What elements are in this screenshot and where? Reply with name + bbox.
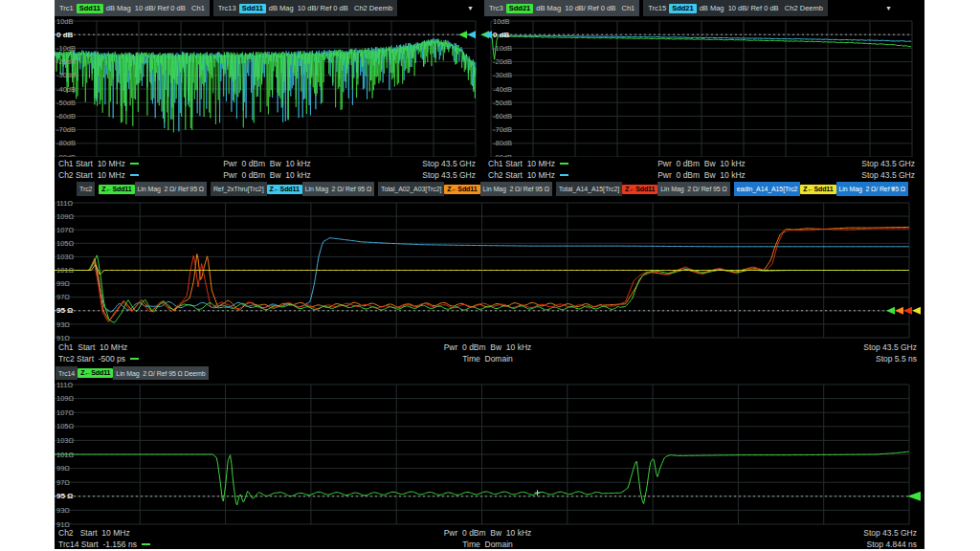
memory-trace-name: eadin_A14_A15[Trc2	[734, 182, 801, 196]
svg-text:-50dB: -50dB	[493, 99, 512, 107]
ch2-power-bw: Pwr 0 dBm Bw 10 kHz	[657, 170, 746, 180]
dropdown-arrow-icon[interactable]: ▼	[889, 186, 896, 192]
trace-tab-total-a14-a15[interactable]: Total_A14_A15[Trc2] Z←Sdd11 Lin Mag 2 Ω/…	[556, 182, 730, 196]
svg-text:101Ω: 101Ω	[56, 266, 75, 275]
trace-tab-trc13[interactable]: Trc13 Sdd11 dB Mag 10 dB/ Ref 0 dB Ch2 D…	[213, 0, 397, 16]
ch1-start: Ch1 Start 10 MHz	[58, 342, 127, 352]
trace-name: Trc14	[56, 366, 78, 380]
svg-text:-60dB: -60dB	[493, 112, 512, 121]
trace-tab-deembedding-a14-a15-selected[interactable]: eadin_A14_A15[Trc2 Z←Sdd11 Lin Mag 2 Ω/ …	[734, 182, 908, 196]
svg-text:109Ω: 109Ω	[56, 394, 75, 403]
trace-param-chip: Z←Sdd11	[444, 185, 479, 194]
trace-color-indicator	[130, 163, 139, 165]
trc14-start: Trc14 Start -1.156 ns	[58, 540, 137, 549]
ch2-start: Ch2 Start 10 MHz	[58, 170, 125, 180]
trace-tab-trc3[interactable]: Trc3 Sdd21 dB Mag 10 dB/ Ref 0 dB Ch1	[484, 0, 639, 16]
trace-settings: dB Mag 10 dB/ Ref 0 dB Ch2 Deemb	[700, 4, 823, 12]
trace-settings: Lin Mag 2 Ω/ Ref 95 Ω	[657, 182, 729, 196]
trace-tab-ref-2xthru[interactable]: Ref_2xThru[Trc2] Z←Sdd11 Lin Mag 2 Ω/ Re…	[211, 182, 374, 196]
ch2-start: Ch2 Start 10 MHz	[58, 528, 130, 538]
svg-text:103Ω: 103Ω	[56, 436, 75, 445]
trace-name: Trc1	[59, 4, 74, 12]
svg-text:-80dB: -80dB	[56, 139, 76, 147]
svg-text:-20dB: -20dB	[56, 57, 76, 66]
trace-color-indicator	[130, 174, 139, 176]
trace-color-indicator	[560, 174, 568, 176]
trace-param-chip: Z←Sdd11	[99, 185, 134, 194]
trace-color-indicator	[560, 163, 568, 165]
svg-text:99Ω: 99Ω	[56, 279, 70, 288]
trace-param-chip: Z←Sdd11	[267, 185, 302, 194]
trace-name: Trc3	[489, 4, 503, 12]
trace-color-indicator	[142, 543, 150, 545]
trace-tab-total-a02-a03[interactable]: Total_A02_A03[Trc2] Z←Sdd11 Lin Mag 2 Ω/…	[378, 182, 552, 196]
svg-text:-80dB: -80dB	[493, 139, 512, 147]
sdd21-frequency-plot[interactable]: 10dB0 dB-10dB-20dB-30dB-40dB-50dB-60dB-7…	[479, 16, 924, 157]
svg-text:91Ω: 91Ω	[56, 334, 70, 342]
svg-text:10dB: 10dB	[493, 17, 510, 26]
trace-header-middle: Trc2 Z←Sdd11 Lin Mag 2 Ω/ Ref 95 Ω Ref_2…	[55, 182, 924, 196]
trace-tab-trc14[interactable]: Trc14 Z←Sdd11 Lin Mag 2 Ω/ Ref 95 Ω Deem…	[56, 366, 209, 380]
dropdown-arrow-icon[interactable]: ▼	[467, 5, 474, 11]
trace-tab-trc1[interactable]: Trc1 Sdd11 dB Mag 10 dB/ Ref 0 dB Ch1	[55, 0, 210, 16]
svg-text:-90dB: -90dB	[56, 153, 76, 157]
channel-footer-top-right: Ch1 Start 10 MHz Pwr 0 dBm Bw 10 kHz Sto…	[484, 158, 919, 181]
svg-text:93Ω: 93Ω	[56, 506, 70, 515]
trace-name: Trc15	[648, 4, 666, 12]
channel-footer-bottom: Ch2 Start 10 MHz Pwr 0 dBm Bw 10 kHz Sto…	[55, 527, 921, 550]
time-domain-label: Time Domain	[462, 540, 513, 549]
trace-param-chip: Z←Sdd11	[622, 185, 657, 194]
sdd11-frequency-plot[interactable]: 10dB0 dB-10dB-20dB-30dB-40dB-50dB-60dB-7…	[55, 16, 479, 157]
ch2-power-bw: Pwr 0 dBm Bw 10 kHz	[444, 528, 532, 538]
svg-text:-70dB: -70dB	[56, 125, 76, 134]
time-domain-label: Time Domain	[462, 354, 513, 364]
svg-text:105Ω: 105Ω	[56, 239, 75, 248]
svg-text:-50dB: -50dB	[56, 99, 76, 107]
trace-header-top-right: Trc3 Sdd21 dB Mag 10 dB/ Ref 0 dB Ch1 Tr…	[484, 0, 924, 16]
trace-settings: Lin Mag 2 Ω/ Ref 95 Ω	[135, 182, 207, 196]
memory-trace-name: Ref_2xThru[Trc2]	[211, 182, 267, 196]
svg-text:-10dB: -10dB	[493, 44, 512, 53]
trace-settings: Lin Mag 2 Ω/ Ref 95 Ω	[480, 182, 552, 196]
svg-text:0 dB: 0 dB	[56, 31, 74, 39]
trace-tab-trc2-label[interactable]: Trc2	[77, 182, 95, 196]
impedance-tdr-deembedded-plot[interactable]: 111Ω109Ω107Ω105Ω103Ω101Ω99Ω97Ω95 Ω93Ω91Ω	[55, 380, 924, 527]
svg-text:-60dB: -60dB	[56, 112, 76, 121]
svg-text:95 Ω: 95 Ω	[56, 492, 74, 500]
svg-text:-40dB: -40dB	[493, 85, 512, 94]
impedance-tdr-plot[interactable]: 111Ω109Ω107Ω105Ω103Ω101Ω99Ω97Ω95 Ω93Ω91Ω	[55, 197, 924, 342]
channel-footer-middle: Ch1 Start 10 MHz Pwr 0 dBm Bw 10 kHz Sto…	[55, 342, 921, 364]
ch1-stop: Stop 43.5 GHz	[311, 159, 476, 168]
trace-color-indicator	[130, 358, 139, 360]
svg-text:99Ω: 99Ω	[56, 464, 70, 473]
svg-text:97Ω: 97Ω	[56, 293, 70, 301]
ch2-start: Ch2 Start 10 MHz	[488, 170, 555, 180]
trace-param-chip: Sdd21	[506, 4, 534, 13]
ch2-stop: Stop 43.5 GHz	[746, 170, 915, 180]
svg-text:91Ω: 91Ω	[56, 520, 70, 527]
trace-name: Trc2	[77, 182, 95, 196]
svg-text:107Ω: 107Ω	[56, 226, 75, 234]
ch1-start: Ch1 Start 10 MHz	[488, 159, 555, 168]
svg-text:-30dB: -30dB	[493, 71, 512, 79]
svg-text:-20dB: -20dB	[493, 57, 512, 66]
svg-text:111Ω: 111Ω	[56, 381, 73, 389]
trace-param-chip: Sdd11	[239, 4, 266, 13]
trace-tab-trc15[interactable]: Trc15 Sdd21 dB Mag 10 dB/ Ref 0 dB Ch2 D…	[643, 0, 828, 16]
svg-text:103Ω: 103Ω	[56, 253, 75, 261]
ch1-power-bw: Pwr 0 dBm Bw 10 kHz	[657, 159, 746, 168]
trc14-stop: Stop 4.844 ns	[513, 540, 917, 549]
svg-text:107Ω: 107Ω	[56, 408, 75, 417]
svg-text:-10dB: -10dB	[56, 44, 76, 53]
dropdown-arrow-icon[interactable]: ▼	[885, 5, 892, 11]
memory-trace-name: Total_A14_A15[Trc2]	[556, 182, 622, 196]
ch1-power-bw: Pwr 0 dBm Bw 10 kHz	[444, 342, 532, 352]
svg-text:93Ω: 93Ω	[56, 320, 70, 329]
analyzer-display: Trc1 Sdd11 dB Mag 10 dB/ Ref 0 dB Ch1 Tr…	[55, 0, 924, 549]
trace-header-top-left: Trc1 Sdd11 dB Mag 10 dB/ Ref 0 dB Ch1 Tr…	[55, 0, 479, 16]
channel-footer-top-left: Ch1 Start 10 MHz Pwr 0 dBm Bw 10 kHz Sto…	[55, 158, 479, 181]
ch1-start: Ch1 Start 10 MHz	[58, 159, 125, 168]
trace-tab-trc2[interactable]: Z←Sdd11 Lin Mag 2 Ω/ Ref 95 Ω	[99, 182, 207, 196]
svg-text:-90dB: -90dB	[493, 153, 512, 157]
ch2-stop: Stop 43.5 GHz	[531, 528, 917, 538]
